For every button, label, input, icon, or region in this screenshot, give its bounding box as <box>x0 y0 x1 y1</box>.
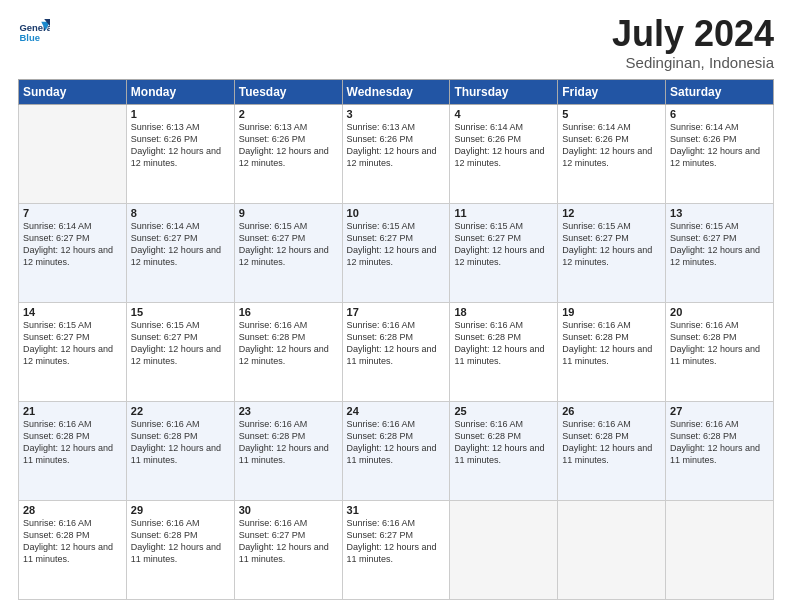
calendar-cell: 24Sunrise: 6:16 AMSunset: 6:28 PMDayligh… <box>342 402 450 501</box>
day-number: 26 <box>562 405 661 417</box>
day-info: Sunrise: 6:15 AMSunset: 6:27 PMDaylight:… <box>347 220 446 269</box>
day-info: Sunrise: 6:14 AMSunset: 6:26 PMDaylight:… <box>454 121 553 170</box>
calendar-cell: 4Sunrise: 6:14 AMSunset: 6:26 PMDaylight… <box>450 105 558 204</box>
day-info: Sunrise: 6:13 AMSunset: 6:26 PMDaylight:… <box>239 121 338 170</box>
day-number: 27 <box>670 405 769 417</box>
day-header-friday: Friday <box>558 80 666 105</box>
day-info: Sunrise: 6:16 AMSunset: 6:28 PMDaylight:… <box>670 319 769 368</box>
calendar-cell: 5Sunrise: 6:14 AMSunset: 6:26 PMDaylight… <box>558 105 666 204</box>
calendar-cell: 6Sunrise: 6:14 AMSunset: 6:26 PMDaylight… <box>666 105 774 204</box>
day-number: 8 <box>131 207 230 219</box>
day-info: Sunrise: 6:15 AMSunset: 6:27 PMDaylight:… <box>131 319 230 368</box>
calendar-cell <box>19 105 127 204</box>
day-number: 24 <box>347 405 446 417</box>
day-info: Sunrise: 6:13 AMSunset: 6:26 PMDaylight:… <box>347 121 446 170</box>
day-info: Sunrise: 6:15 AMSunset: 6:27 PMDaylight:… <box>562 220 661 269</box>
calendar-header-row: SundayMondayTuesdayWednesdayThursdayFrid… <box>19 80 774 105</box>
day-number: 18 <box>454 306 553 318</box>
day-number: 13 <box>670 207 769 219</box>
calendar-cell: 26Sunrise: 6:16 AMSunset: 6:28 PMDayligh… <box>558 402 666 501</box>
day-info: Sunrise: 6:16 AMSunset: 6:28 PMDaylight:… <box>131 418 230 467</box>
day-info: Sunrise: 6:16 AMSunset: 6:27 PMDaylight:… <box>239 517 338 566</box>
calendar-cell: 11Sunrise: 6:15 AMSunset: 6:27 PMDayligh… <box>450 204 558 303</box>
day-number: 10 <box>347 207 446 219</box>
day-number: 16 <box>239 306 338 318</box>
day-info: Sunrise: 6:14 AMSunset: 6:26 PMDaylight:… <box>562 121 661 170</box>
day-info: Sunrise: 6:16 AMSunset: 6:28 PMDaylight:… <box>239 319 338 368</box>
calendar-week-row: 28Sunrise: 6:16 AMSunset: 6:28 PMDayligh… <box>19 501 774 600</box>
calendar-table: SundayMondayTuesdayWednesdayThursdayFrid… <box>18 79 774 600</box>
day-number: 12 <box>562 207 661 219</box>
day-number: 7 <box>23 207 122 219</box>
month-title: July 2024 <box>612 16 774 52</box>
calendar-cell: 14Sunrise: 6:15 AMSunset: 6:27 PMDayligh… <box>19 303 127 402</box>
day-info: Sunrise: 6:16 AMSunset: 6:27 PMDaylight:… <box>347 517 446 566</box>
header: General Blue July 2024 Sedinginan, Indon… <box>18 16 774 71</box>
day-number: 2 <box>239 108 338 120</box>
calendar-cell: 13Sunrise: 6:15 AMSunset: 6:27 PMDayligh… <box>666 204 774 303</box>
day-info: Sunrise: 6:16 AMSunset: 6:28 PMDaylight:… <box>454 319 553 368</box>
calendar-cell: 15Sunrise: 6:15 AMSunset: 6:27 PMDayligh… <box>126 303 234 402</box>
day-info: Sunrise: 6:16 AMSunset: 6:28 PMDaylight:… <box>239 418 338 467</box>
day-info: Sunrise: 6:15 AMSunset: 6:27 PMDaylight:… <box>670 220 769 269</box>
day-number: 11 <box>454 207 553 219</box>
day-number: 30 <box>239 504 338 516</box>
day-number: 25 <box>454 405 553 417</box>
page: General Blue July 2024 Sedinginan, Indon… <box>0 0 792 612</box>
day-header-monday: Monday <box>126 80 234 105</box>
calendar-cell: 30Sunrise: 6:16 AMSunset: 6:27 PMDayligh… <box>234 501 342 600</box>
logo-icon: General Blue <box>18 16 50 48</box>
day-header-thursday: Thursday <box>450 80 558 105</box>
calendar-cell: 25Sunrise: 6:16 AMSunset: 6:28 PMDayligh… <box>450 402 558 501</box>
calendar-cell: 1Sunrise: 6:13 AMSunset: 6:26 PMDaylight… <box>126 105 234 204</box>
day-info: Sunrise: 6:16 AMSunset: 6:28 PMDaylight:… <box>562 418 661 467</box>
day-info: Sunrise: 6:16 AMSunset: 6:28 PMDaylight:… <box>454 418 553 467</box>
day-info: Sunrise: 6:16 AMSunset: 6:28 PMDaylight:… <box>347 319 446 368</box>
calendar-cell: 9Sunrise: 6:15 AMSunset: 6:27 PMDaylight… <box>234 204 342 303</box>
calendar-cell: 8Sunrise: 6:14 AMSunset: 6:27 PMDaylight… <box>126 204 234 303</box>
day-info: Sunrise: 6:16 AMSunset: 6:28 PMDaylight:… <box>23 418 122 467</box>
calendar-week-row: 21Sunrise: 6:16 AMSunset: 6:28 PMDayligh… <box>19 402 774 501</box>
day-info: Sunrise: 6:14 AMSunset: 6:27 PMDaylight:… <box>131 220 230 269</box>
day-number: 29 <box>131 504 230 516</box>
calendar-cell: 18Sunrise: 6:16 AMSunset: 6:28 PMDayligh… <box>450 303 558 402</box>
day-number: 28 <box>23 504 122 516</box>
logo: General Blue <box>18 16 50 48</box>
day-info: Sunrise: 6:15 AMSunset: 6:27 PMDaylight:… <box>23 319 122 368</box>
day-number: 14 <box>23 306 122 318</box>
day-info: Sunrise: 6:14 AMSunset: 6:26 PMDaylight:… <box>670 121 769 170</box>
calendar-cell: 29Sunrise: 6:16 AMSunset: 6:28 PMDayligh… <box>126 501 234 600</box>
day-info: Sunrise: 6:16 AMSunset: 6:28 PMDaylight:… <box>131 517 230 566</box>
day-info: Sunrise: 6:15 AMSunset: 6:27 PMDaylight:… <box>454 220 553 269</box>
day-info: Sunrise: 6:16 AMSunset: 6:28 PMDaylight:… <box>670 418 769 467</box>
day-number: 3 <box>347 108 446 120</box>
calendar-cell: 12Sunrise: 6:15 AMSunset: 6:27 PMDayligh… <box>558 204 666 303</box>
day-number: 5 <box>562 108 661 120</box>
calendar-cell <box>450 501 558 600</box>
calendar-cell: 10Sunrise: 6:15 AMSunset: 6:27 PMDayligh… <box>342 204 450 303</box>
day-info: Sunrise: 6:16 AMSunset: 6:28 PMDaylight:… <box>347 418 446 467</box>
calendar-cell: 31Sunrise: 6:16 AMSunset: 6:27 PMDayligh… <box>342 501 450 600</box>
calendar-cell: 19Sunrise: 6:16 AMSunset: 6:28 PMDayligh… <box>558 303 666 402</box>
calendar-week-row: 7Sunrise: 6:14 AMSunset: 6:27 PMDaylight… <box>19 204 774 303</box>
day-number: 9 <box>239 207 338 219</box>
calendar-cell: 17Sunrise: 6:16 AMSunset: 6:28 PMDayligh… <box>342 303 450 402</box>
day-info: Sunrise: 6:16 AMSunset: 6:28 PMDaylight:… <box>562 319 661 368</box>
svg-text:Blue: Blue <box>19 32 39 43</box>
day-header-tuesday: Tuesday <box>234 80 342 105</box>
calendar-week-row: 1Sunrise: 6:13 AMSunset: 6:26 PMDaylight… <box>19 105 774 204</box>
day-number: 20 <box>670 306 769 318</box>
calendar-cell: 7Sunrise: 6:14 AMSunset: 6:27 PMDaylight… <box>19 204 127 303</box>
day-info: Sunrise: 6:15 AMSunset: 6:27 PMDaylight:… <box>239 220 338 269</box>
day-number: 31 <box>347 504 446 516</box>
day-number: 15 <box>131 306 230 318</box>
title-block: July 2024 Sedinginan, Indonesia <box>612 16 774 71</box>
day-number: 21 <box>23 405 122 417</box>
day-header-sunday: Sunday <box>19 80 127 105</box>
day-header-saturday: Saturday <box>666 80 774 105</box>
calendar-cell: 21Sunrise: 6:16 AMSunset: 6:28 PMDayligh… <box>19 402 127 501</box>
calendar-cell: 22Sunrise: 6:16 AMSunset: 6:28 PMDayligh… <box>126 402 234 501</box>
day-number: 4 <box>454 108 553 120</box>
calendar-cell: 23Sunrise: 6:16 AMSunset: 6:28 PMDayligh… <box>234 402 342 501</box>
day-number: 1 <box>131 108 230 120</box>
